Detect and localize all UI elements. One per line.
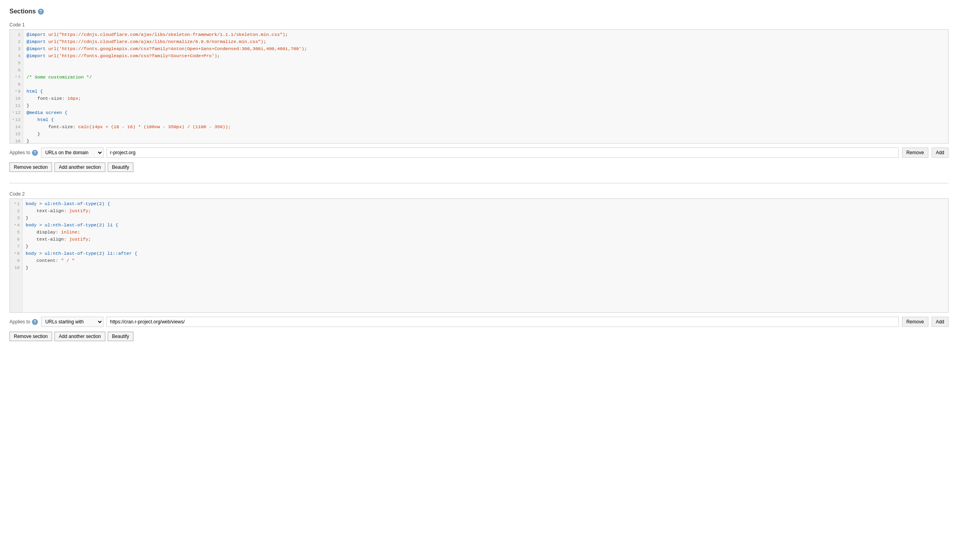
applies-to-help-icon-1[interactable]: ?: [32, 150, 38, 156]
section-separator: [9, 183, 949, 183]
remove-button-1[interactable]: Remove: [902, 147, 928, 158]
beautify-button-2[interactable]: Beautify: [108, 332, 133, 341]
sections-help-icon[interactable]: ?: [38, 9, 44, 15]
code-content-2[interactable]: body > ul:nth-last-of-type(2) { text-ali…: [22, 199, 948, 312]
applies-to-select-1[interactable]: URLs on the domainURLs starting withURL …: [41, 147, 103, 158]
applies-to-row-1: Applies to ? URLs on the domainURLs star…: [9, 146, 949, 159]
applies-to-label-1: Applies to ?: [9, 150, 38, 156]
section-1: Code 1 123456▾78▾91011▾12▾13141516▾17181…: [9, 22, 949, 172]
applies-to-help-icon-2[interactable]: ?: [32, 319, 38, 325]
code-2-label: Code 2: [9, 191, 949, 197]
page-title: Sections ?: [9, 8, 949, 15]
add-another-section-button-2[interactable]: Add another section: [54, 332, 105, 341]
section-1-actions: Remove section Add another section Beaut…: [9, 162, 949, 172]
add-button-1[interactable]: Add: [932, 147, 949, 158]
beautify-button-1[interactable]: Beautify: [108, 162, 133, 172]
remove-section-button-1[interactable]: Remove section: [9, 162, 52, 172]
applies-to-select-2[interactable]: URLs on the domainURLs starting withURL …: [41, 317, 103, 327]
applies-to-label-2: Applies to ?: [9, 319, 38, 325]
applies-to-input-1[interactable]: [107, 147, 899, 158]
code-1-label: Code 1: [9, 22, 949, 28]
remove-section-button-2[interactable]: Remove section: [9, 332, 52, 341]
line-numbers-1: 123456▾78▾91011▾12▾13141516▾171819202122…: [10, 30, 23, 143]
code-editor-1[interactable]: 123456▾78▾91011▾12▾13141516▾171819202122…: [9, 29, 949, 144]
section-2-actions: Remove section Add another section Beaut…: [9, 332, 949, 341]
applies-to-row-2: Applies to ? URLs on the domainURLs star…: [9, 315, 949, 329]
remove-button-2[interactable]: Remove: [902, 317, 928, 327]
add-button-2[interactable]: Add: [932, 317, 949, 327]
add-another-section-button-1[interactable]: Add another section: [54, 162, 105, 172]
code-editor-2[interactable]: ▾123▾4567▾8910 body > ul:nth-last-of-typ…: [9, 198, 949, 313]
applies-to-input-2[interactable]: [107, 317, 899, 327]
code-content-1[interactable]: @import url("https://cdnjs.cloudflare.co…: [23, 30, 948, 143]
line-numbers-2: ▾123▾4567▾8910: [10, 199, 22, 312]
section-2: Code 2 ▾123▾4567▾8910 body > ul:nth-last…: [9, 191, 949, 341]
